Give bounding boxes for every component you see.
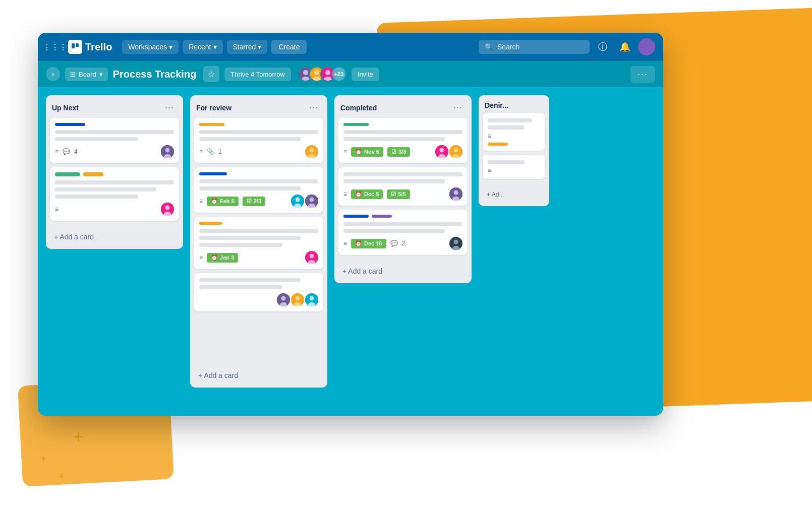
list-for-review: For review ··· ≡ 📎 1: [190, 95, 327, 388]
member-avatars: +23: [298, 67, 346, 82]
board-icon: ⊞: [70, 71, 76, 78]
card-10-tag: [488, 143, 508, 146]
card-7-line-1: [343, 130, 462, 134]
card-3-attach-count: 1: [218, 148, 222, 155]
card-2-line-3: [55, 195, 138, 199]
add-card-button-up-next[interactable]: + Add a card: [50, 229, 179, 245]
card-6[interactable]: [194, 273, 323, 311]
card-5-line-3: [199, 243, 282, 247]
member-avatar-more[interactable]: +23: [331, 67, 346, 82]
deco-plus-2: +: [40, 452, 47, 465]
card-6-line-2: [199, 285, 282, 289]
card-9-list-icon: ≡: [343, 240, 347, 247]
svg-point-24: [310, 198, 314, 202]
create-button[interactable]: Create: [271, 40, 307, 54]
grid-menu-button[interactable]: ⋮⋮⋮: [46, 38, 64, 56]
card-8-date-badge: ⏰ Dec 5: [351, 189, 383, 199]
invite-button[interactable]: Invite: [352, 68, 379, 81]
add-card-button-completed[interactable]: + Add a card: [338, 263, 468, 279]
list-cards-completed: ≡ ⏰ Nov 6 ☑ 3/3: [334, 118, 472, 259]
search-box[interactable]: 🔍 Search: [479, 40, 590, 54]
card-1-comment-icon: 💬: [63, 148, 70, 155]
card-3-attach-icon: 📎: [207, 148, 214, 155]
card-4-meta: ≡ ⏰ Feb 5 ☑ 2/3: [199, 197, 265, 206]
card-2-list-icon: ≡: [55, 206, 59, 213]
star-button[interactable]: ☆: [203, 66, 219, 82]
svg-point-21: [296, 198, 300, 202]
card-7-meta: ≡ ⏰ Nov 6 ☑ 3/3: [343, 147, 410, 157]
card-2[interactable]: ≡: [50, 167, 179, 221]
card-9-footer: ≡ ⏰ Dec 16 💬 2: [343, 237, 462, 250]
card-2-meta: ≡: [55, 206, 59, 213]
card-10[interactable]: ≡: [483, 113, 545, 151]
card-11-meta: ≡: [488, 167, 540, 174]
card-4-avatars: [291, 195, 318, 208]
card-11-list-icon: ≡: [488, 167, 491, 174]
add-card-button-for-review[interactable]: + Add a card: [194, 367, 323, 383]
card-3-footer: ≡ 📎 1: [199, 145, 318, 158]
card-7-list-icon: ≡: [343, 148, 347, 155]
card-9-bars: [343, 215, 462, 218]
svg-point-27: [310, 254, 314, 259]
card-7-check-badge: ☑ 3/3: [387, 147, 410, 157]
card-7[interactable]: ≡ ⏰ Nov 6 ☑ 3/3: [338, 118, 468, 163]
svg-point-45: [454, 190, 458, 195]
workspaces-button[interactable]: Workspaces ▾: [122, 40, 179, 54]
list-cards-for-review: ≡ 📎 1 ≡: [190, 118, 327, 363]
trello-logo-text: Trello: [85, 41, 112, 53]
card-2-footer: ≡: [55, 203, 174, 216]
card-4-avatar-1: [291, 195, 304, 208]
list-header-for-review: For review ···: [190, 95, 327, 118]
workspace-button[interactable]: Thrive 4 Tomorrow: [224, 68, 291, 81]
card-9-bar-purple: [372, 215, 392, 218]
list-up-next: Up Next ··· ≡ 💬 4: [46, 95, 183, 249]
info-button[interactable]: ⓘ: [594, 38, 612, 56]
card-5-date-badge: ⏰ Jan 3: [207, 253, 238, 263]
card-8-avatar: [449, 187, 462, 201]
list-menu-button-up-next[interactable]: ···: [162, 101, 177, 114]
card-5-line-1: [199, 229, 318, 233]
card-3-bar: [199, 123, 224, 126]
card-9-date-badge: ⏰ Dec 16: [351, 239, 386, 248]
board-content: Up Next ··· ≡ 💬 4: [38, 87, 663, 416]
card-5-list-icon: ≡: [199, 254, 203, 261]
svg-point-9: [325, 70, 330, 75]
chevron-down-icon-3: ▾: [258, 43, 261, 51]
card-3[interactable]: ≡ 📎 1: [194, 118, 323, 163]
card-9-comment-icon: 💬: [390, 240, 398, 247]
svg-point-15: [165, 206, 170, 210]
notifications-button[interactable]: 🔔: [616, 38, 634, 56]
card-4-check-badge: ☑ 2/3: [243, 197, 265, 206]
card-5[interactable]: ≡ ⏰ Jan 3: [194, 217, 323, 269]
user-avatar[interactable]: [638, 38, 655, 55]
recent-button[interactable]: Recent ▾: [183, 40, 222, 54]
list-menu-button-completed[interactable]: ···: [450, 101, 466, 114]
card-4[interactable]: ≡ ⏰ Feb 5 ☑ 2/3: [194, 167, 323, 213]
card-1-footer: ≡ 💬 4: [55, 145, 174, 158]
card-9-bar-blue: [343, 215, 369, 218]
card-4-bar: [199, 172, 227, 175]
card-11-line-1: [488, 160, 525, 164]
card-9-line-2: [343, 229, 445, 233]
add-card-button-denied[interactable]: + Ad...: [483, 187, 545, 202]
card-1[interactable]: ≡ 💬 4: [50, 118, 179, 163]
card-3-list-icon: ≡: [199, 148, 203, 155]
board-view-button[interactable]: ⊞ Board ▾: [65, 68, 108, 81]
card-1-line-2: [55, 137, 138, 141]
list-title-for-review: For review: [196, 104, 231, 112]
card-8[interactable]: ≡ ⏰ Dec 5 ☑ 5/5: [338, 167, 468, 206]
list-completed: Completed ··· ≡ ⏰ Nov 6: [334, 95, 472, 283]
svg-point-12: [165, 148, 170, 153]
svg-point-6: [314, 70, 319, 75]
sidebar-toggle-button[interactable]: ›: [46, 67, 60, 81]
more-options-button[interactable]: ···: [630, 66, 655, 83]
card-10-list-icon: ≡: [488, 133, 491, 140]
list-menu-button-for-review[interactable]: ···: [306, 101, 321, 114]
card-9[interactable]: ≡ ⏰ Dec 16 💬 2: [338, 210, 468, 255]
list-footer-denied: + Ad...: [479, 183, 549, 206]
card-11[interactable]: ≡: [483, 155, 545, 179]
board-title: Process Tracking: [113, 69, 197, 80]
svg-point-3: [303, 70, 308, 75]
starred-button[interactable]: Starred ▾: [227, 40, 268, 54]
list-denied: Denir... ≡ ≡: [479, 95, 549, 206]
